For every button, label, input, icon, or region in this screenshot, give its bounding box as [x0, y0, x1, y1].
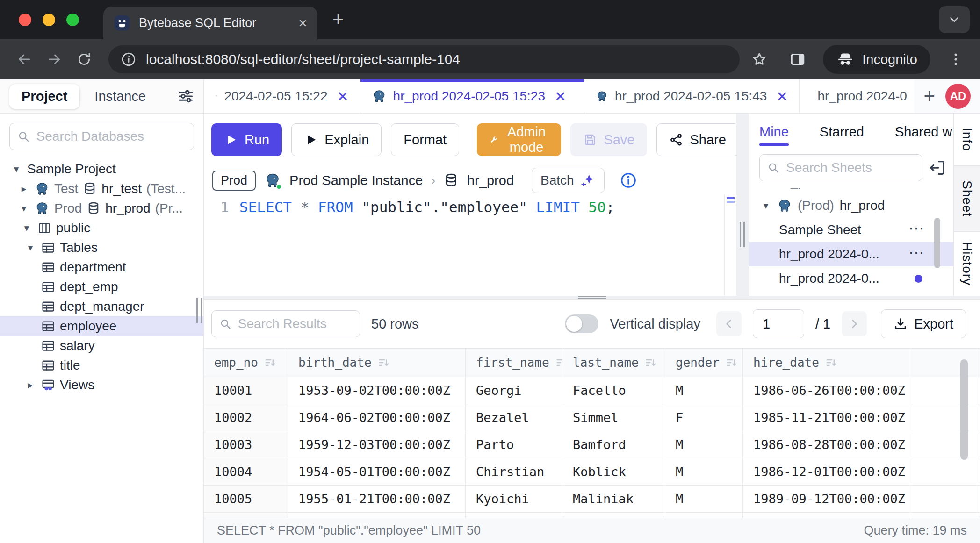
- cell-gender[interactable]: M: [665, 431, 743, 458]
- table-row[interactable]: 10001 1953-09-02T00:00:00Z Georgi Facell…: [204, 377, 980, 404]
- column-header-last-name[interactable]: last_name: [562, 349, 665, 377]
- sheet-search-box[interactable]: [759, 154, 922, 181]
- cell-first-name[interactable]: Anneke: [466, 513, 562, 518]
- run-button[interactable]: Run: [211, 123, 282, 156]
- side-panel-button[interactable]: [785, 46, 811, 72]
- table-row[interactable]: 10005 1955-01-21T00:00:00Z Kyoichi Malin…: [204, 486, 980, 513]
- table-row-clipped[interactable]: 10006 1953-04-20T00:00:00Z Anneke Preusi…: [204, 513, 980, 518]
- sidebar-resize-handle[interactable]: [196, 298, 202, 323]
- tree-item-project[interactable]: ▾ Sample Project: [0, 159, 203, 179]
- tree-item-tables-group[interactable]: ▾ Tables: [0, 238, 203, 257]
- rail-tab-sheet[interactable]: Sheet: [954, 165, 980, 232]
- sort-icon[interactable]: [725, 356, 738, 369]
- cell-last-name[interactable]: Bamford: [562, 431, 665, 458]
- tab-search-button[interactable]: [939, 6, 970, 33]
- cell-hire-date[interactable]: 1986-08-28T00:00:00Z: [743, 431, 911, 458]
- caret-down-icon[interactable]: ▾: [760, 200, 771, 211]
- tree-item-table-salary[interactable]: salary: [0, 336, 203, 356]
- tree-item-db-hr-test[interactable]: ▸ Test hr_test (Test...: [0, 179, 203, 199]
- panel-resize-handle[interactable]: [740, 222, 745, 247]
- sql-editor[interactable]: 1 SELECT * FROM "public"."employee" LIMI…: [204, 195, 736, 296]
- tab-mine[interactable]: Mine: [759, 114, 789, 150]
- cell-emp-no[interactable]: 10006: [204, 513, 288, 518]
- cell-emp-no[interactable]: 10002: [204, 404, 288, 431]
- tree-item-table-dept-emp[interactable]: dept_emp: [0, 277, 203, 297]
- column-header-first-name[interactable]: first_name: [466, 349, 562, 377]
- save-button[interactable]: Save: [570, 123, 647, 156]
- cell-first-name[interactable]: Chirstian: [466, 458, 562, 486]
- close-worksheet-icon[interactable]: ✕: [776, 88, 788, 105]
- cell-last-name[interactable]: Maliniak: [562, 486, 665, 513]
- caret-right-icon[interactable]: ▸: [24, 379, 36, 391]
- collapse-panel-icon[interactable]: [928, 158, 947, 177]
- editor-scrollbar[interactable]: [724, 195, 736, 296]
- export-button[interactable]: Export: [881, 309, 966, 338]
- database-search-input[interactable]: [36, 129, 186, 144]
- cell-birth-date[interactable]: 1953-04-20T00:00:00Z: [288, 513, 466, 518]
- avatar[interactable]: AD: [945, 84, 971, 109]
- cell-hire-date[interactable]: 1986-12-01T00:00:00Z: [743, 458, 911, 486]
- column-header-hire-date[interactable]: hire_date: [743, 349, 911, 377]
- worksheet-tab-2-active[interactable]: hr_prod 2024-02-05 15:23 ✕: [360, 79, 585, 113]
- cell-birth-date[interactable]: 1964-06-02T00:00:00Z: [288, 404, 466, 431]
- database-search-box[interactable]: [9, 123, 194, 150]
- cell-gender[interactable]: M: [665, 377, 743, 404]
- instance-name[interactable]: Prod Sample Instance: [289, 173, 423, 188]
- cell-first-name[interactable]: Kyoichi: [466, 486, 562, 513]
- table-row[interactable]: 10004 1954-05-01T00:00:00Z Chirstian Kob…: [204, 458, 980, 486]
- caret-down-icon[interactable]: ▾: [24, 242, 36, 253]
- close-window-button[interactable]: [19, 14, 31, 26]
- sheet-group-hr-prod[interactable]: ▾ (Prod) hr_prod: [749, 193, 953, 218]
- cell-first-name[interactable]: Bezalel: [466, 404, 562, 431]
- maximize-window-button[interactable]: [66, 14, 79, 26]
- rail-tab-info[interactable]: Info: [954, 114, 980, 165]
- database-name[interactable]: hr_prod: [467, 173, 514, 188]
- tree-item-views-group[interactable]: ▸ Views: [0, 375, 203, 395]
- table-row[interactable]: 10002 1964-06-02T00:00:00Z Bezalel Simme…: [204, 404, 980, 431]
- sheet-item-unsaved-clipped[interactable]: hr_prod 2024-0...: [749, 291, 953, 296]
- sheet-item-unsaved[interactable]: hr_prod 2024-0...: [749, 266, 953, 291]
- close-worksheet-icon[interactable]: ✕: [337, 88, 348, 105]
- tab-shared[interactable]: Shared w: [895, 114, 952, 150]
- sheet-search-input[interactable]: [786, 160, 915, 175]
- tree-item-table-dept-manager[interactable]: dept_manager: [0, 297, 203, 316]
- results-search-box[interactable]: [211, 310, 360, 337]
- cell-gender[interactable]: M: [665, 486, 743, 513]
- reload-button[interactable]: [71, 46, 97, 72]
- sort-icon[interactable]: [825, 356, 838, 369]
- address-bar[interactable]: localhost:8080/sql-editor/sheet/project-…: [108, 45, 740, 73]
- sort-icon[interactable]: [644, 356, 657, 369]
- tree-item-schema-public[interactable]: ▾ public: [0, 218, 203, 238]
- cell-hire-date[interactable]: 1986-06-26T00:00:00Z: [743, 377, 911, 404]
- worksheet-tab-1[interactable]: 2024-02-05 15:22 ✕: [204, 79, 360, 113]
- column-header-birth-date[interactable]: birth_date: [288, 349, 466, 377]
- batch-button[interactable]: Batch: [532, 168, 605, 193]
- cell-gender[interactable]: M: [665, 458, 743, 486]
- back-button[interactable]: [11, 46, 37, 72]
- admin-mode-button[interactable]: Admin mode: [477, 123, 561, 156]
- tree-item-table-employee[interactable]: employee: [0, 316, 203, 336]
- tree-item-db-hr-prod[interactable]: ▾ Prod hr_prod (Pr...: [0, 199, 203, 218]
- worksheet-tab-3[interactable]: hr_prod 2024-02-05 15:43 ✕: [584, 79, 800, 113]
- share-button[interactable]: Share: [656, 123, 738, 156]
- cell-last-name[interactable]: Facello: [562, 377, 665, 404]
- browser-tab[interactable]: Bytebase SQL Editor ×: [103, 7, 317, 39]
- results-scrollbar[interactable]: [960, 359, 968, 460]
- cell-gender[interactable]: F: [665, 513, 743, 518]
- sheet-menu-button[interactable]: ⋯: [908, 219, 924, 237]
- cell-last-name[interactable]: Koblick: [562, 458, 665, 486]
- new-tab-button[interactable]: +: [332, 8, 344, 31]
- tree-item-table-title[interactable]: title: [0, 356, 203, 375]
- caret-down-icon[interactable]: ▾: [10, 164, 22, 175]
- column-header-emp-no[interactable]: emp_no: [204, 349, 288, 377]
- results-resize-handle[interactable]: [578, 296, 606, 299]
- cell-emp-no[interactable]: 10003: [204, 431, 288, 458]
- caret-down-icon[interactable]: ▾: [18, 203, 30, 214]
- next-page-button[interactable]: [842, 311, 867, 336]
- cell-first-name[interactable]: Georgi: [466, 377, 562, 404]
- cell-first-name[interactable]: Parto: [466, 431, 562, 458]
- sort-icon[interactable]: [264, 356, 277, 369]
- panel-resize-gutter[interactable]: [736, 114, 749, 296]
- tree-item-table-department[interactable]: department: [0, 257, 203, 277]
- cell-birth-date[interactable]: 1955-01-21T00:00:00Z: [288, 486, 466, 513]
